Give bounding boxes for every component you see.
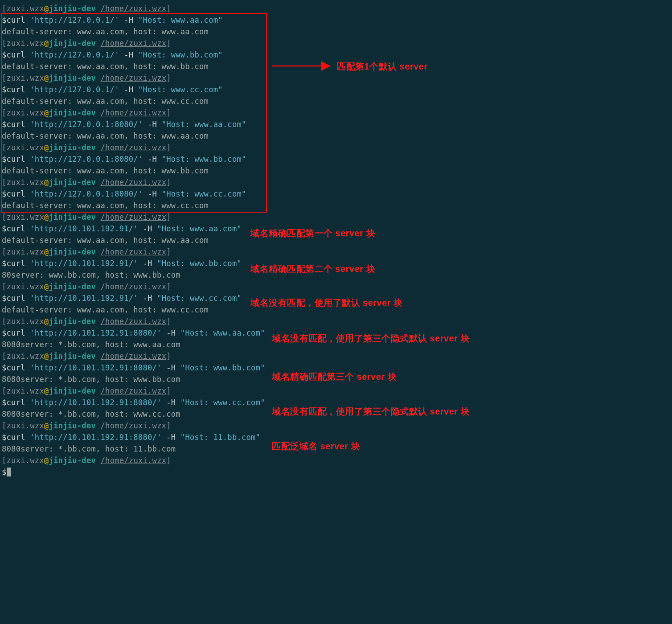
command-output: default-server: www.aa.com, host: www.cc… <box>2 200 670 211</box>
shell-prompt: [zuxi.wzx@jinjiu-dev /home/zuxi.wzx] <box>2 246 670 258</box>
annotation-label: 匹配泛域名 server 块 <box>272 440 360 452</box>
command-line[interactable]: $curl 'http://127.0.0.1:8080/' -H "Host:… <box>2 153 670 165</box>
annotation-label: 域名精确匹配第三个 server 块 <box>272 371 397 382</box>
shell-prompt: [zuxi.wzx@jinjiu-dev /home/zuxi.wzx] <box>2 3 670 14</box>
shell-prompt: [zuxi.wzx@jinjiu-dev /home/zuxi.wzx] <box>2 455 670 466</box>
annotation-label: 域名没有匹配，使用了第三个隐式默认 server 块 <box>272 406 470 417</box>
command-output: default-server: www.aa.com, host: www.aa… <box>2 130 670 142</box>
shell-prompt: [zuxi.wzx@jinjiu-dev /home/zuxi.wzx] <box>2 385 670 397</box>
annotation-label: 匹配第1个默认 server <box>337 61 428 72</box>
shell-prompt: [zuxi.wzx@jinjiu-dev /home/zuxi.wzx] <box>2 37 670 49</box>
command-line[interactable]: $curl 'http://127.0.0.1:8080/' -H "Host:… <box>2 119 670 130</box>
shell-prompt: [zuxi.wzx@jinjiu-dev /home/zuxi.wzx] <box>2 72 670 84</box>
annotation-label: 域名精确匹配第二个 server 块 <box>250 263 375 275</box>
command-line[interactable]: $curl 'http://127.0.0.1:8080/' -H "Host:… <box>2 188 670 200</box>
command-output: default-server: www.aa.com, host: www.aa… <box>2 26 670 37</box>
command-line[interactable]: $curl 'http://127.0.0.1/' -H "Host: www.… <box>2 84 670 95</box>
shell-prompt: [zuxi.wzx@jinjiu-dev /home/zuxi.wzx] <box>2 316 670 327</box>
cursor-icon <box>7 468 11 476</box>
shell-prompt: [zuxi.wzx@jinjiu-dev /home/zuxi.wzx] <box>2 177 670 188</box>
shell-prompt: [zuxi.wzx@jinjiu-dev /home/zuxi.wzx] <box>2 107 670 119</box>
shell-prompt: [zuxi.wzx@jinjiu-dev /home/zuxi.wzx] <box>2 420 670 431</box>
command-output: default-server: www.aa.com, host: www.cc… <box>2 95 670 107</box>
shell-prompt: [zuxi.wzx@jinjiu-dev /home/zuxi.wzx] <box>2 211 670 223</box>
command-line[interactable]: $curl 'http://127.0.0.1/' -H "Host: www.… <box>2 14 670 26</box>
command-line[interactable]: $curl 'http://127.0.0.1/' -H "Host: www.… <box>2 49 670 61</box>
annotation-label: 域名没有匹配，使用了第三个隐式默认 server 块 <box>272 333 470 344</box>
annotation-label: 域名精确匹配第一个 server 块 <box>250 227 375 239</box>
command-output: default-server: www.aa.com, host: www.bb… <box>2 61 670 72</box>
shell-prompt: [zuxi.wzx@jinjiu-dev /home/zuxi.wzx] <box>2 142 670 153</box>
prompt-cursor[interactable]: $ <box>2 466 670 478</box>
shell-prompt: [zuxi.wzx@jinjiu-dev /home/zuxi.wzx] <box>2 281 670 292</box>
shell-prompt: [zuxi.wzx@jinjiu-dev /home/zuxi.wzx] <box>2 350 670 362</box>
annotation-label: 域名没有匹配，使用了默认 server 块 <box>250 297 403 308</box>
command-output: default-server: www.aa.com, host: www.bb… <box>2 165 670 177</box>
